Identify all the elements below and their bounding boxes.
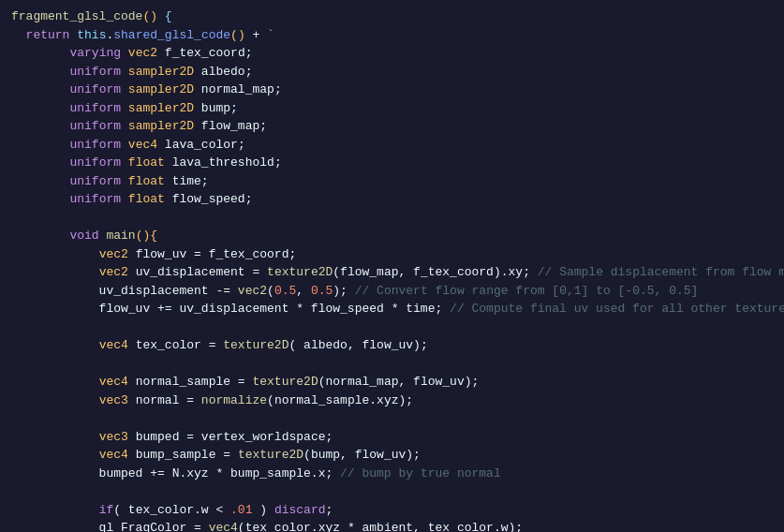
code-line-23 [0, 409, 784, 428]
code-line-5: uniform sampler2D normal_map; [0, 81, 784, 99]
code-line-20 [0, 355, 784, 374]
code-line-3: varying vec2 f_tex_coord; [0, 44, 784, 63]
code-line-25: vec4 bump_sample = texture2D(bump, flow_… [0, 446, 784, 465]
code-line-22: vec3 normal = normalize(normal_sample.xy… [0, 392, 784, 410]
code-line-10: uniform float time; [0, 172, 784, 191]
code-line-11: uniform float flow_speed; [0, 190, 784, 209]
code-line-13: void main(){ [0, 227, 784, 245]
code-line-21: vec4 normal_sample = texture2D(normal_ma… [0, 373, 784, 392]
code-line-29: gl_FragColor = vec4(tex_color.xyz * ambi… [0, 519, 784, 532]
code-line-9: uniform float lava_threshold; [0, 154, 784, 172]
code-line-28: if( tex_color.w < .01 ) discard; [0, 501, 784, 520]
code-line-16: uv_displacement -= vec2(0.5, 0.5); // Co… [0, 282, 784, 301]
code-line-18 [0, 318, 784, 337]
code-line-8: uniform vec4 lava_color; [0, 136, 784, 155]
code-line-14: vec2 flow_uv = f_tex_coord; [0, 245, 784, 264]
code-line-1: fragment_glsl_code() { [0, 7, 784, 26]
code-line-17: flow_uv += uv_displacement * flow_speed … [0, 300, 784, 318]
code-line-4: uniform sampler2D albedo; [0, 63, 784, 81]
code-line-6: uniform sampler2D bump; [0, 99, 784, 118]
code-line-24: vec3 bumped = vertex_worldspace; [0, 428, 784, 447]
code-line-15: vec2 uv_displacement = texture2D(flow_ma… [0, 263, 784, 282]
code-line-26: bumped += N.xyz * bump_sample.x; // bump… [0, 465, 784, 483]
code-line-2: return this.shared_glsl_code() + ` [0, 26, 784, 45]
code-line-7: uniform sampler2D flow_map; [0, 117, 784, 136]
code-line-19: vec4 tex_color = texture2D( albedo, flow… [0, 336, 784, 355]
code-editor: fragment_glsl_code() { return this.share… [0, 0, 784, 532]
code-line-27 [0, 482, 784, 501]
code-line-12 [0, 209, 784, 228]
